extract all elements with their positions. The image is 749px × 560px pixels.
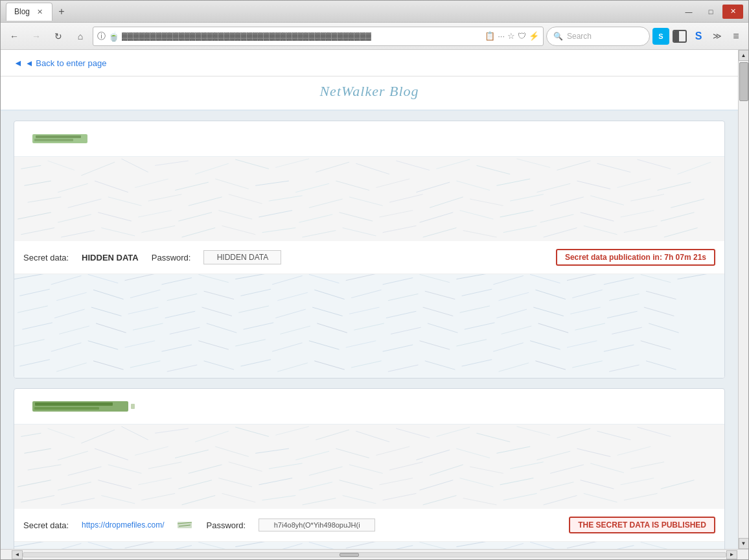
vertical-scrollbar[interactable]: ▲ ▼	[738, 50, 748, 549]
active-tab[interactable]: Blog ✕	[6, 3, 52, 21]
card-1-title-area	[23, 128, 715, 150]
card-1-status-badge: Secret data publication in: 7h 07m 21s	[556, 249, 715, 266]
more-icon: ···	[498, 31, 505, 41]
h-scrollbar-track	[23, 552, 726, 557]
card-2-secret-label: Secret data:	[23, 520, 69, 530]
h-scroll-thumb[interactable]	[340, 553, 359, 557]
page-content: ◄ ◄ Back to enter page NetWalker Blog	[1, 50, 738, 549]
star-icon: ☆	[507, 31, 515, 41]
card-2-noise-top	[14, 425, 724, 509]
card-2-status-badge: THE SECRET DATA IS PUBLISHED	[569, 517, 715, 533]
card-2-password-label: Password:	[207, 520, 246, 530]
scroll-down-button[interactable]: ▼	[739, 538, 749, 549]
card-2-header	[14, 389, 724, 425]
close-button[interactable]: ✕	[722, 5, 743, 19]
card-1-header	[14, 121, 724, 157]
title-scribble-2-icon	[32, 401, 136, 412]
card-2-noise-bottom	[14, 542, 724, 549]
bookmark-icon: 📋	[485, 31, 495, 41]
card-1-info: Secret data: HIDDEN DATA Password: HIDDE…	[14, 241, 724, 274]
address-bar[interactable]: ⓘ 🍵 ▓▓▓▓▓▓▓▓▓▓▓▓▓▓▓▓▓▓▓▓▓▓▓▓▓▓▓▓▓▓▓▓▓▓▓▓…	[93, 27, 544, 46]
card-1-noise-bottom	[14, 274, 724, 378]
back-bar: ◄ ◄ Back to enter page	[1, 50, 738, 76]
address-text: ▓▓▓▓▓▓▓▓▓▓▓▓▓▓▓▓▓▓▓▓▓▓▓▓▓▓▓▓▓▓▓▓▓▓▓▓▓▓▓▓…	[122, 32, 482, 41]
shield-icon: 🛡	[518, 31, 526, 41]
content-wrapper: ◄ ◄ Back to enter page NetWalker Blog	[1, 50, 748, 549]
card-1-password-label: Password:	[152, 253, 191, 262]
site-header: NetWalker Blog	[1, 76, 738, 111]
card-1-secret-value: HIDDEN DATA	[82, 253, 139, 262]
card-1-secret-label: Secret data:	[23, 253, 69, 262]
h-scroll-left-button[interactable]: ◄	[12, 550, 23, 559]
reload-button[interactable]: ↻	[49, 27, 68, 46]
site-security-icon: 🍵	[108, 31, 119, 41]
blog-card-1: Secret data: HIDDEN DATA Password: HIDDE…	[14, 121, 725, 379]
menu-button[interactable]: ≡	[728, 28, 744, 45]
sidebar-icon	[673, 30, 687, 43]
back-arrow-icon: ◄	[14, 58, 23, 68]
svg-rect-3	[14, 157, 724, 241]
svg-rect-90	[14, 274, 724, 378]
horizontal-scrollbar[interactable]: ◄ ►	[1, 549, 748, 559]
svg-rect-1	[36, 135, 81, 138]
sidebar-toggle-button[interactable]	[671, 28, 688, 45]
card-1-noise-top	[14, 157, 724, 241]
window-controls: — □ ✕	[678, 5, 743, 19]
site-title: NetWalker Blog	[14, 83, 725, 100]
svg-rect-201	[35, 402, 113, 406]
search-placeholder: Search	[567, 32, 592, 41]
content-area[interactable]: ◄ ◄ Back to enter page NetWalker Blog	[1, 50, 738, 549]
search-bar[interactable]: 🔍 Search	[546, 27, 650, 46]
maximize-button[interactable]: □	[700, 5, 721, 19]
search-icon: 🔍	[553, 32, 563, 41]
card-2-link-noise-icon	[178, 520, 194, 530]
scroll-up-button[interactable]: ▲	[739, 50, 749, 61]
back-button[interactable]: ←	[5, 27, 24, 46]
svg-rect-2	[34, 139, 73, 141]
card-1-password-value: HIDDEN DATA	[203, 250, 281, 264]
h-scroll-right-button[interactable]: ►	[726, 550, 737, 559]
home-button[interactable]: ⌂	[71, 27, 90, 46]
scroll-thumb[interactable]	[739, 62, 748, 101]
tab-close-button[interactable]: ✕	[35, 7, 44, 16]
info-icon: ⓘ	[97, 30, 106, 42]
browser-window: Blog ✕ + — □ ✕ ← → ↻ ⌂ ⓘ 🍵 ▓▓▓▓▓▓▓▓▓▓▓▓▓…	[0, 0, 749, 560]
card-2-password-value: h7i4o8yh(O*Yih498opuJH(i	[259, 519, 375, 531]
zap-icon: ⚡	[529, 31, 539, 41]
nav-bar: ← → ↻ ⌂ ⓘ 🍵 ▓▓▓▓▓▓▓▓▓▓▓▓▓▓▓▓▓▓▓▓▓▓▓▓▓▓▓▓…	[1, 23, 748, 50]
svg-rect-203	[131, 404, 135, 409]
blog-card-2: Secret data: https://dropmefiles.com/ Pa…	[14, 388, 725, 549]
back-link-text: ◄ Back to enter page	[25, 58, 107, 68]
skype-button[interactable]: S	[652, 28, 669, 45]
title-scribble-icon	[32, 133, 91, 145]
card-2-title-area	[23, 395, 715, 417]
minimize-button[interactable]: —	[678, 5, 699, 19]
title-bar: Blog ✕ + — □ ✕	[1, 1, 748, 23]
back-to-enter-link[interactable]: ◄ ◄ Back to enter page	[14, 58, 106, 68]
browser-tools: S S ≫ ≡	[652, 28, 744, 45]
blog-container: Secret data: HIDDEN DATA Password: HIDDE…	[1, 111, 738, 549]
card-2-secret-link[interactable]: https://dropmefiles.com/	[82, 520, 164, 530]
tab-title: Blog	[14, 7, 30, 16]
new-tab-button[interactable]: +	[52, 3, 71, 21]
svg-rect-202	[34, 407, 99, 410]
forward-button[interactable]: →	[27, 27, 46, 46]
svg-rect-205	[14, 425, 724, 509]
card-2-info: Secret data: https://dropmefiles.com/ Pa…	[14, 509, 724, 542]
more-tools-button[interactable]: ≫	[709, 28, 726, 45]
sync-button[interactable]: S	[690, 28, 707, 45]
